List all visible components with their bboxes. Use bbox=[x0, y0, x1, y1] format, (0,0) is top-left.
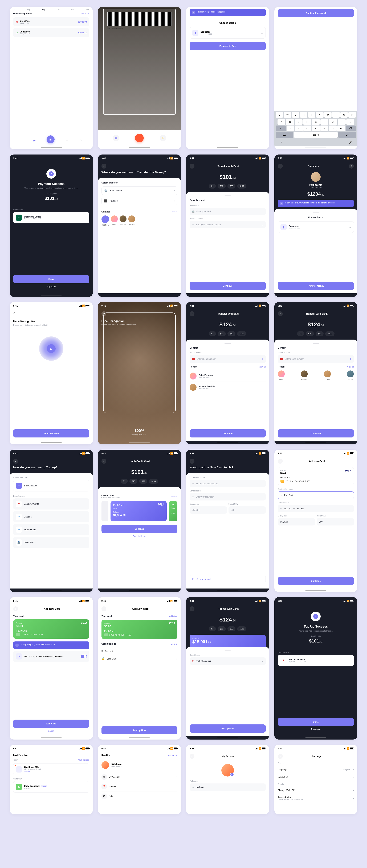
bank-option[interactable]: ⚑Bank of America bbox=[13, 498, 89, 509]
phone-input[interactable]: Enter phone number+ bbox=[190, 355, 266, 363]
cardnumber-input[interactable]: ▭2321 4234 4364 7567 bbox=[278, 505, 354, 512]
expiry-input[interactable]: 08/2024 bbox=[278, 518, 315, 526]
topup-button[interactable]: Top Up Now bbox=[190, 724, 266, 733]
notification-item[interactable]: ▭ Cashback 20%Choose your credit cardTop… bbox=[13, 763, 89, 775]
menu-item[interactable]: ☺My Account› bbox=[102, 772, 177, 782]
bank-select[interactable]: 🏢Enter your Bank⌄ bbox=[190, 208, 266, 215]
menu-item[interactable]: ⚙Setting› bbox=[102, 792, 177, 801]
setting-row[interactable]: Contact Us› bbox=[278, 773, 354, 781]
scan-icon[interactable]: ⊡ bbox=[47, 135, 55, 144]
add-card-button[interactable]: Add Card bbox=[13, 720, 89, 728]
add-contact[interactable]: +Add New bbox=[102, 215, 109, 226]
cancel-link[interactable]: Cancel bbox=[13, 728, 89, 734]
phone-input[interactable]: Enter phone number+ bbox=[278, 355, 354, 363]
expense-item[interactable]: 34Groceries4/15/24 - 7/4$2843.98 bbox=[13, 18, 89, 26]
toggle[interactable] bbox=[81, 655, 87, 658]
view-all-link[interactable]: View all bbox=[171, 211, 177, 213]
scan-card-button[interactable]: ⊡Scan your card bbox=[190, 575, 266, 583]
credit-card[interactable]: VISA Paul Curtis 0000 .... .... Balance … bbox=[111, 501, 167, 521]
profile-icon[interactable]: ☺ bbox=[79, 139, 82, 144]
card-option[interactable]: ▮Bankbase•••• •••• •••• 9999⌄ bbox=[190, 27, 266, 38]
back-button[interactable]: ‹ bbox=[190, 311, 194, 316]
cardnumber-input[interactable]: ▭Enter Card Number bbox=[190, 493, 266, 500]
cardholder-input[interactable]: ☺Enter Cardholder Name bbox=[190, 480, 266, 487]
back-button[interactable]: ‹ bbox=[190, 754, 194, 759]
back-button[interactable]: ‹ bbox=[102, 164, 106, 168]
back-button[interactable]: ‹ bbox=[190, 164, 194, 168]
transfer-button[interactable]: Transfer Money bbox=[278, 282, 354, 290]
key[interactable]: Q bbox=[276, 112, 283, 118]
setting-row[interactable]: Change Wallet PIN› bbox=[278, 786, 354, 794]
continue-button[interactable]: Continue bbox=[190, 282, 266, 290]
setting-row[interactable]: LanguageEnglish› bbox=[278, 766, 354, 773]
shift-key[interactable]: ⇧ bbox=[276, 125, 286, 131]
done-button[interactable]: Done bbox=[13, 275, 89, 283]
continue-button[interactable]: Continue bbox=[278, 429, 354, 437]
mic-icon[interactable]: 🎤 bbox=[348, 141, 352, 144]
cardholder-input[interactable]: ☺Paul Curtis bbox=[278, 492, 354, 499]
credit-card[interactable]: VISLilia$249 bbox=[169, 501, 177, 521]
contact-item[interactable]: Rodney bbox=[119, 215, 126, 226]
menu-item[interactable]: 📍Address› bbox=[102, 782, 177, 792]
edit-avatar-button[interactable]: ✎ bbox=[230, 773, 234, 776]
topup-button[interactable]: Top Up Now bbox=[102, 726, 177, 734]
account-input[interactable]: ▭Enter your Account number⌄ bbox=[190, 221, 266, 228]
expiry-input[interactable]: 08/2024 bbox=[190, 506, 227, 514]
bank-option[interactable]: citiCitibank bbox=[13, 511, 89, 522]
back-button[interactable]: ‹ bbox=[278, 754, 283, 759]
pay-again-link[interactable]: Pay again bbox=[13, 283, 89, 290]
help-button[interactable]: ? bbox=[349, 164, 354, 168]
back-button[interactable]: ‹ bbox=[190, 459, 194, 464]
transfer-option[interactable]: ⬛Paybase› bbox=[102, 197, 177, 205]
back-button[interactable]: ‹ bbox=[278, 164, 283, 168]
back-button[interactable]: ‹ bbox=[278, 459, 283, 464]
view-all-link[interactable]: View all bbox=[259, 366, 266, 368]
backspace-key[interactable]: ⌫ bbox=[346, 125, 356, 131]
card-edge[interactable] bbox=[102, 501, 108, 521]
confirm-button[interactable]: Confirm Password bbox=[278, 9, 354, 17]
cvv-input[interactable]: 999 bbox=[317, 518, 354, 526]
continue-button[interactable]: Continue bbox=[190, 429, 266, 437]
scan-button[interactable]: Scan My Face bbox=[13, 429, 89, 437]
edit-profile-link[interactable]: Edit Profile bbox=[168, 754, 177, 756]
space-key[interactable]: space bbox=[294, 132, 338, 138]
add-card-link[interactable]: Add Card bbox=[169, 615, 177, 617]
bank-select[interactable]: ⚑Bank of America⌄ bbox=[190, 657, 266, 665]
bank-option[interactable]: MizMizuho bank bbox=[13, 524, 89, 535]
see-more-link[interactable]: See More bbox=[81, 13, 89, 15]
capture-button[interactable] bbox=[135, 134, 144, 142]
setting-row[interactable]: 🔒Lock Card› bbox=[102, 655, 177, 662]
notification-item[interactable]: $ Daily CashbackPromo8:00 AM bbox=[13, 781, 89, 793]
continue-button[interactable]: Continue bbox=[278, 577, 354, 585]
back-button[interactable]: ‹ bbox=[190, 607, 194, 611]
num-key[interactable]: 123 bbox=[276, 132, 293, 138]
contact-item[interactable]: Peter bbox=[111, 215, 118, 226]
contact-item[interactable]: Victoria bbox=[128, 215, 135, 226]
proceed-button[interactable]: Proceed to Pay bbox=[190, 42, 266, 50]
setting-row[interactable]: Privacy PolicyChoose what data you share… bbox=[278, 794, 354, 802]
expense-item[interactable]: 13EducationColleges & HS$1084.11 bbox=[13, 28, 89, 37]
continue-button[interactable]: Continue bbox=[102, 525, 177, 533]
setting-row[interactable]: ≡Set Limit› bbox=[102, 648, 177, 655]
method-option[interactable]: +Bank Account› bbox=[13, 480, 89, 492]
back-home-link[interactable]: Back to Home bbox=[102, 533, 177, 539]
back-button[interactable]: ‹ bbox=[102, 607, 106, 611]
emoji-icon[interactable]: ☺ bbox=[280, 141, 282, 144]
back-button[interactable]: ‹ bbox=[278, 311, 283, 316]
back-button[interactable]: ‹ bbox=[102, 459, 106, 464]
done-button[interactable]: Done bbox=[278, 718, 354, 726]
flash-icon[interactable]: ⚡ bbox=[160, 135, 166, 141]
mark-read-link[interactable]: Mark as read bbox=[78, 759, 89, 761]
contact-row[interactable]: Victoria Franklin0000 0000 0000 bbox=[190, 382, 266, 393]
go-key[interactable]: Go bbox=[338, 132, 356, 138]
card-option[interactable]: ▮Bankbase•••• •••• •••• 9999⌄ bbox=[278, 221, 354, 233]
contact-row[interactable]: Peter Pearson0000 0000 0000 bbox=[190, 370, 266, 382]
bank-option[interactable]: 🏦Other Banks bbox=[13, 537, 89, 548]
name-input[interactable]: ☺Kitsbase bbox=[190, 783, 266, 791]
back-button[interactable]: ‹ bbox=[13, 459, 18, 464]
home-icon[interactable]: ⌂ bbox=[21, 139, 22, 144]
chart-icon[interactable]: ◔ bbox=[33, 139, 36, 144]
image-icon[interactable]: ▦ bbox=[113, 135, 119, 141]
cvv-input[interactable]: 999 bbox=[228, 506, 266, 514]
back-button[interactable]: ‹ bbox=[13, 607, 18, 611]
